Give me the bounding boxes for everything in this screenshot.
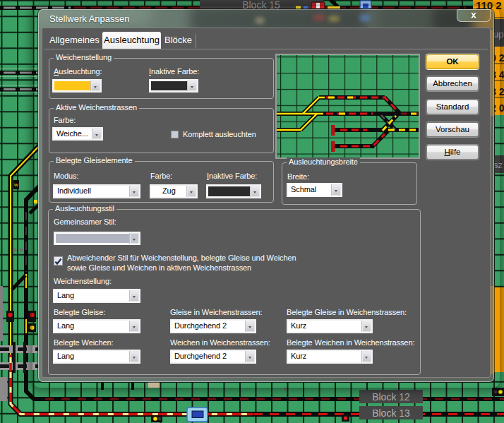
svg-text:Block 13: Block 13 — [372, 407, 410, 419]
svg-text:Block 12: Block 12 — [372, 391, 410, 403]
svg-text:w: w — [13, 181, 18, 188]
